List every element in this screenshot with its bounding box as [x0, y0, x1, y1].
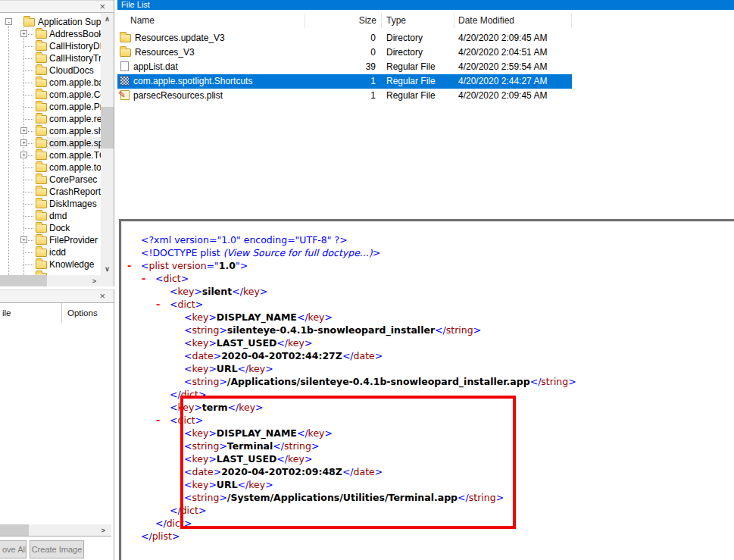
tree-item-knowledge[interactable]: Knowledge — [0, 258, 101, 271]
column-header-name[interactable]: Name — [117, 14, 305, 28]
tree-item-fileprovider[interactable]: +FileProvider — [0, 234, 101, 246]
folder-tree: -Application Suppo+AddressBookCallHistor… — [0, 13, 101, 275]
tree-item-com-apple-co[interactable]: com.apple.Co — [0, 89, 101, 101]
column-header-date-modified[interactable]: Date Modified — [454, 14, 572, 28]
tree-item-dock[interactable]: Dock — [0, 222, 101, 234]
tree-item-label: com.apple.ba — [48, 77, 101, 89]
xml-line-content: <key>URL</key> — [184, 363, 273, 374]
file-name-cell: Resources_V3 — [117, 45, 305, 60]
tree-item-label: CallHistoryDB — [48, 40, 101, 52]
tree-item-com-apple-ba[interactable]: com.apple.ba — [0, 77, 101, 89]
folder-icon — [36, 115, 47, 124]
evidence-tree-panel: × ileOptions > ove AllCreate Image — [0, 289, 114, 560]
file-name-label: appList.dat — [133, 61, 178, 72]
tree-item-coreparsec[interactable]: CoreParsec — [0, 174, 101, 186]
tree-item-callhistorydb[interactable]: CallHistoryDB — [0, 40, 101, 52]
tree-connector-line — [23, 228, 33, 229]
tree-item-diskimages[interactable]: DiskImages — [0, 198, 101, 210]
folder-icon — [36, 55, 47, 63]
expand-plus-icon[interactable]: + — [20, 127, 27, 134]
tree-item-callhistorytra[interactable]: CallHistoryTra — [0, 52, 101, 64]
tree-connector-line — [23, 180, 33, 180]
tree-hscroll-thumb[interactable] — [0, 275, 47, 286]
tree-item-label: CallHistoryTra — [48, 52, 101, 64]
scroll-right-icon[interactable]: > — [97, 527, 110, 534]
file-list-rows: Resources.update_V30Directory4/20/2020 2… — [117, 31, 572, 103]
file-date-cell: 4/20/2020 2:59:54 AM — [454, 60, 572, 74]
tree-item-label: CrashReporte — [48, 186, 101, 198]
folder-icon — [36, 127, 47, 137]
file-list-title: File List — [121, 0, 150, 9]
tree-panel-titlebar[interactable]: × — [0, 0, 114, 13]
column-header-size[interactable]: Size — [305, 14, 382, 28]
xml-line: <key>LAST_USED</key> — [127, 336, 734, 349]
column-header-type[interactable]: Type — [382, 14, 454, 28]
evidence-panel-titlebar[interactable]: × — [0, 289, 114, 303]
file-name-label: Resources_V3 — [135, 47, 195, 58]
scroll-down-icon[interactable]: ∨ — [101, 265, 114, 273]
collapse-minus-icon[interactable]: - — [5, 18, 12, 25]
collapse-toggle-icon[interactable]: - — [142, 272, 155, 285]
file-date-cell: 4/20/2020 2:09:45 AM — [454, 31, 572, 45]
expand-plus-icon[interactable]: + — [20, 30, 27, 37]
folder-icon — [36, 90, 47, 101]
tree-vertical-scrollbar[interactable]: ∧ ∨ — [101, 13, 114, 275]
tree-item-com-apple-rep[interactable]: com.apple.rep — [0, 113, 101, 125]
folder-icon — [36, 102, 47, 113]
scroll-up-icon[interactable]: ∧ — [101, 15, 114, 23]
xml-line: -<dict> — [127, 272, 734, 285]
tree-item-crashreporte[interactable]: CrashReporte — [0, 186, 101, 198]
collapse-toggle-icon[interactable]: - — [156, 298, 170, 311]
tree-item-label: DiskImages — [48, 198, 98, 210]
tree-item-label: FileProvider — [48, 234, 99, 246]
tree-item-application-suppo[interactable]: -Application Suppo — [0, 16, 101, 28]
tree-item-label: com.apple.spo — [48, 137, 101, 149]
collapse-toggle-icon[interactable]: - — [127, 259, 141, 272]
tree-item-com-apple-tou[interactable]: com.apple.tou — [0, 161, 101, 174]
file-row-resources-v3[interactable]: Resources_V30Directory4/20/2020 2:04:51 … — [117, 45, 572, 60]
scroll-right-icon[interactable]: > — [88, 277, 101, 285]
evidence-hscroll-thumb[interactable] — [0, 524, 29, 536]
ove-all-button[interactable]: ove All — [0, 540, 27, 558]
xml-line-content: <date>2020-04-20T02:44:27Z</date> — [184, 350, 383, 361]
expand-plus-icon[interactable]: + — [20, 139, 27, 146]
tree-item-label: com.apple.rep — [48, 113, 101, 125]
file-type-cell: Regular File — [382, 89, 454, 103]
file-row-parsecresources-plist[interactable]: parsecResources.plist1Regular File4/20/2… — [117, 89, 572, 103]
close-icon[interactable]: × — [99, 1, 105, 13]
expand-plus-icon[interactable]: + — [20, 152, 27, 158]
tree-item-com-apple-spo[interactable]: +com.apple.spo — [0, 137, 101, 149]
close-icon[interactable]: × — [99, 290, 105, 302]
tree-connector-line — [23, 167, 33, 168]
tree-item-label: CloudDocs — [48, 64, 95, 77]
tab-ile[interactable]: ile — [0, 303, 62, 323]
tab-options[interactable]: Options — [62, 303, 114, 323]
folder-tree-panel: × -Application Suppo+AddressBookCallHist… — [0, 0, 114, 286]
tree-vscroll-thumb[interactable] — [101, 107, 114, 149]
folder-icon — [36, 199, 47, 210]
tree-item-addressbook[interactable]: +AddressBook — [0, 28, 101, 40]
tree-item-label: com.apple.Co — [48, 89, 101, 101]
xml-line: <key>silent</key> — [127, 285, 734, 298]
collapse-toggle-icon[interactable]: - — [156, 414, 170, 427]
file-row-applist-dat[interactable]: appList.dat39Regular File4/20/2020 2:59:… — [117, 60, 572, 74]
tree-item-com-apple-pro[interactable]: com.apple.Pro — [0, 101, 101, 113]
file-name-cell: Resources.update_V3 — [117, 31, 305, 45]
tree-item-clouddocs[interactable]: CloudDocs — [0, 64, 101, 77]
file-icon — [120, 61, 129, 71]
tree-horizontal-scrollbar[interactable]: > — [0, 275, 114, 286]
folder-icon — [36, 212, 47, 221]
xml-line: <date>2020-04-20T02:44:27Z</date> — [127, 349, 734, 362]
file-list-titlebar[interactable]: File List — [117, 0, 734, 10]
file-row-com-apple-spotlight-shortcuts[interactable]: com.apple.spotlight.Shortcuts1Regular Fi… — [117, 74, 572, 89]
tree-item-com-apple-sha[interactable]: +com.apple.sha — [0, 125, 101, 137]
tree-item-icdd[interactable]: icdd — [0, 246, 101, 258]
tree-item-com-apple-tc[interactable]: +com.apple.TC — [0, 149, 101, 161]
tree-item-dmd[interactable]: dmd — [0, 210, 101, 222]
create-image-button[interactable]: Create Image — [30, 540, 84, 558]
tree-connector-line — [23, 216, 33, 217]
file-row-resources-update-v3[interactable]: Resources.update_V30Directory4/20/2020 2… — [117, 31, 572, 45]
expand-plus-icon[interactable]: + — [20, 236, 27, 243]
folder-icon — [120, 48, 131, 57]
evidence-horizontal-scrollbar[interactable]: > — [0, 524, 111, 537]
